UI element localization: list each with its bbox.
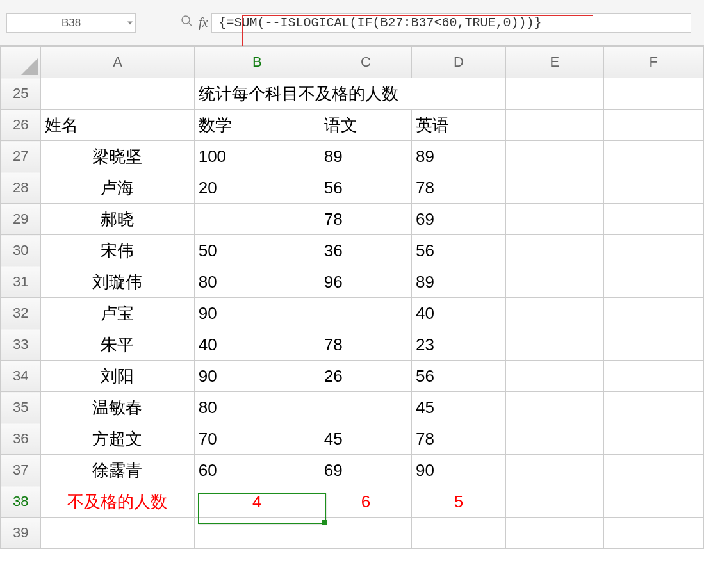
cell-D35[interactable]: 45 (411, 392, 505, 423)
cell-B26[interactable]: 数学 (194, 110, 320, 141)
cell-B36[interactable]: 70 (194, 423, 320, 455)
cell-A30[interactable]: 宋伟 (41, 235, 194, 266)
cell-A33[interactable]: 朱平 (41, 329, 194, 361)
col-header-F[interactable]: F (603, 47, 703, 78)
cell-A34[interactable]: 刘阳 (41, 361, 194, 392)
cell-A32[interactable]: 卢宝 (41, 298, 194, 329)
cell-F36[interactable] (603, 423, 703, 455)
cell-E39[interactable] (506, 518, 604, 549)
col-header-B[interactable]: B (194, 47, 320, 78)
cell-F32[interactable] (603, 298, 703, 329)
cell-C39[interactable] (320, 518, 411, 549)
cell-D28[interactable]: 78 (411, 172, 505, 204)
cell-A31[interactable]: 刘璇伟 (41, 266, 194, 298)
name-box[interactable]: B38 (6, 13, 136, 33)
zoom-icon[interactable] (181, 15, 193, 31)
select-all-corner[interactable] (1, 47, 41, 78)
cell-B39[interactable] (194, 518, 320, 549)
row-header-25[interactable]: 25 (1, 78, 41, 110)
col-header-C[interactable]: C (320, 47, 411, 78)
cell-F39[interactable] (603, 518, 703, 549)
cell-E35[interactable] (506, 392, 604, 423)
cell-C32[interactable] (320, 298, 411, 329)
cell-C36[interactable]: 45 (320, 423, 411, 455)
row-header-28[interactable]: 28 (1, 172, 41, 204)
cell-F29[interactable] (603, 204, 703, 235)
cell-A25[interactable] (41, 78, 194, 110)
row-header-30[interactable]: 30 (1, 235, 41, 266)
cell-B31[interactable]: 80 (194, 266, 320, 298)
cell-E29[interactable] (506, 204, 604, 235)
cell-A35[interactable]: 温敏春 (41, 392, 194, 423)
cell-D30[interactable]: 56 (411, 235, 505, 266)
row-header-26[interactable]: 26 (1, 110, 41, 141)
cell-B32[interactable]: 90 (194, 298, 320, 329)
cell-D31[interactable]: 89 (411, 266, 505, 298)
cell-E27[interactable] (506, 141, 604, 172)
cell-F26[interactable] (603, 110, 703, 141)
row-header-37[interactable]: 37 (1, 455, 41, 486)
cell-C33[interactable]: 78 (320, 329, 411, 361)
row-header-33[interactable]: 33 (1, 329, 41, 361)
fx-icon[interactable]: fx (199, 15, 208, 30)
cell-C29[interactable]: 78 (320, 204, 411, 235)
cell-D27[interactable]: 89 (411, 141, 505, 172)
cell-E34[interactable] (506, 361, 604, 392)
cell-E26[interactable] (506, 110, 604, 141)
cell-C31[interactable]: 96 (320, 266, 411, 298)
cell-B29[interactable] (194, 204, 320, 235)
col-header-E[interactable]: E (506, 47, 604, 78)
cell-E33[interactable] (506, 329, 604, 361)
cell-D29[interactable]: 69 (411, 204, 505, 235)
row-header-29[interactable]: 29 (1, 204, 41, 235)
cell-D34[interactable]: 56 (411, 361, 505, 392)
row-header-36[interactable]: 36 (1, 423, 41, 455)
cell-A39[interactable] (41, 518, 194, 549)
cell-E37[interactable] (506, 455, 604, 486)
row-header-32[interactable]: 32 (1, 298, 41, 329)
cell-A26[interactable]: 姓名 (41, 110, 194, 141)
cell-F38[interactable] (603, 486, 703, 518)
col-header-A[interactable]: A (41, 47, 194, 78)
cell-D38[interactable]: 5 (411, 486, 505, 518)
cell-F25[interactable] (603, 78, 703, 110)
cell-B25-merged[interactable]: 统计每个科目不及格的人数 (194, 78, 505, 110)
row-header-39[interactable]: 39 (1, 518, 41, 549)
cell-C30[interactable]: 36 (320, 235, 411, 266)
cell-F31[interactable] (603, 266, 703, 298)
cell-F33[interactable] (603, 329, 703, 361)
cell-E30[interactable] (506, 235, 604, 266)
cell-B38[interactable]: 4 (194, 486, 320, 518)
cell-C27[interactable]: 89 (320, 141, 411, 172)
cell-C37[interactable]: 69 (320, 455, 411, 486)
cell-E36[interactable] (506, 423, 604, 455)
col-header-D[interactable]: D (411, 47, 505, 78)
cell-B27[interactable]: 100 (194, 141, 320, 172)
cell-F27[interactable] (603, 141, 703, 172)
cell-F30[interactable] (603, 235, 703, 266)
cell-C26[interactable]: 语文 (320, 110, 411, 141)
cell-D37[interactable]: 90 (411, 455, 505, 486)
row-header-38[interactable]: 38 (1, 486, 41, 518)
cell-D32[interactable]: 40 (411, 298, 505, 329)
row-header-35[interactable]: 35 (1, 392, 41, 423)
cell-C28[interactable]: 56 (320, 172, 411, 204)
chevron-down-icon[interactable] (127, 21, 133, 24)
cell-E25[interactable] (506, 78, 604, 110)
cell-B34[interactable]: 90 (194, 361, 320, 392)
cell-B30[interactable]: 50 (194, 235, 320, 266)
cell-F28[interactable] (603, 172, 703, 204)
cell-E38[interactable] (506, 486, 604, 518)
cell-D33[interactable]: 23 (411, 329, 505, 361)
cell-C38[interactable]: 6 (320, 486, 411, 518)
cell-C35[interactable] (320, 392, 411, 423)
cell-C34[interactable]: 26 (320, 361, 411, 392)
cell-A36[interactable]: 方超文 (41, 423, 194, 455)
formula-input[interactable]: {=SUM(--ISLOGICAL(IF(B27:B37<60,TRUE,0))… (211, 13, 691, 33)
cell-F34[interactable] (603, 361, 703, 392)
row-header-34[interactable]: 34 (1, 361, 41, 392)
cell-A29[interactable]: 郝晓 (41, 204, 194, 235)
row-header-31[interactable]: 31 (1, 266, 41, 298)
cell-B35[interactable]: 80 (194, 392, 320, 423)
cell-E32[interactable] (506, 298, 604, 329)
